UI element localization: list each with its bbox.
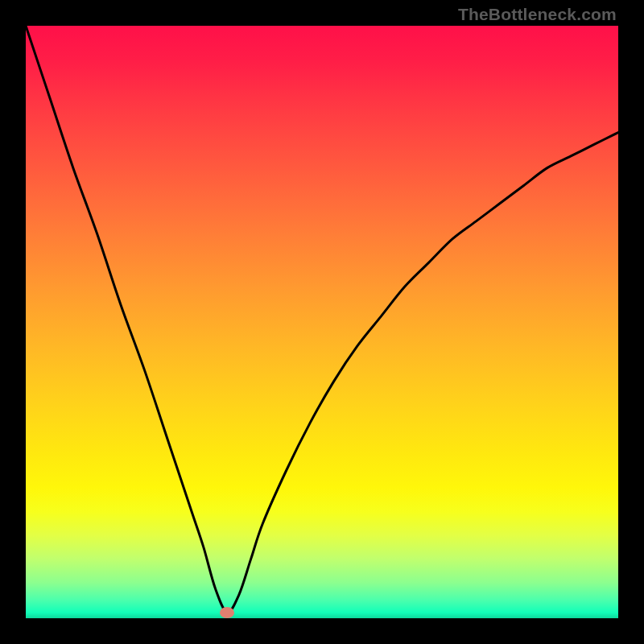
watermark-text: TheBottleneck.com	[458, 5, 617, 24]
optimum-marker	[220, 607, 234, 618]
chart-frame: TheBottleneck.com	[0, 0, 644, 644]
curve-svg	[26, 26, 618, 618]
bottleneck-curve	[26, 26, 618, 613]
plot-area	[26, 26, 618, 618]
